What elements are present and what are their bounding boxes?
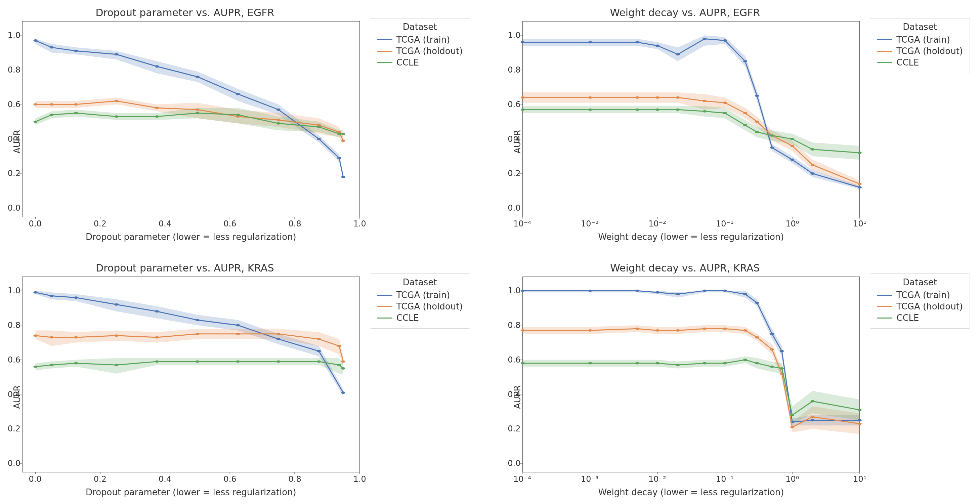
svg-point-72 [635, 97, 639, 99]
legend: DatasetTCGA (train)TCGA (holdout)CCLE [870, 273, 970, 329]
svg-point-89 [723, 112, 727, 114]
legend-item: TCGA (holdout) [377, 45, 463, 57]
x-axis-label: Weight decay (lower = less regularizatio… [522, 487, 860, 497]
svg-point-64 [743, 60, 747, 62]
svg-point-20 [317, 138, 321, 140]
svg-point-139 [341, 367, 345, 370]
legend-title: Dataset [377, 22, 463, 34]
svg-point-116 [317, 350, 321, 353]
x-axis-label: Weight decay (lower = less regularizatio… [522, 232, 860, 242]
svg-point-74 [676, 97, 680, 99]
x-axis-label: Dropout parameter (lower = less regulari… [22, 232, 360, 242]
x-tick-label: 10¹ [853, 219, 867, 229]
svg-point-69 [858, 186, 861, 189]
x-tick-label: 10¹ [853, 474, 867, 484]
svg-point-117 [341, 391, 345, 394]
svg-point-44 [341, 133, 345, 135]
panel-dropout-kras: Dropout parameter vs. AUPR, KRASAUPR0.00… [10, 262, 470, 497]
svg-point-108 [33, 291, 38, 294]
svg-point-36 [74, 112, 78, 114]
legend-label: TCGA (holdout) [896, 301, 963, 312]
svg-point-17 [196, 76, 200, 78]
legend-swatch-icon [877, 295, 892, 296]
legend-swatch-icon [377, 295, 392, 296]
svg-point-16 [155, 65, 159, 68]
x-tick-label: 10⁻¹ [716, 474, 734, 484]
x-tick-label: 0.6 [223, 474, 236, 484]
svg-point-155 [655, 291, 660, 294]
x-tick-label: 0.4 [159, 474, 171, 484]
chart-title: Dropout parameter vs. AUPR, EGFR [10, 7, 360, 19]
svg-point-193 [858, 409, 861, 411]
svg-point-112 [155, 310, 159, 313]
svg-point-34 [33, 121, 38, 123]
confidence-band [36, 291, 344, 396]
svg-point-127 [337, 345, 341, 347]
x-tick-label: 1.0 [353, 474, 366, 484]
y-tick-label: 0.6 [8, 100, 21, 109]
svg-point-67 [790, 159, 794, 161]
svg-point-71 [588, 97, 592, 99]
legend-swatch-icon [377, 306, 392, 307]
svg-point-152 [520, 289, 525, 292]
y-tick-label: 0.6 [8, 355, 21, 364]
y-tick-label: 0.0 [8, 459, 21, 468]
svg-point-38 [155, 115, 159, 118]
x-tick-label: 0.0 [29, 219, 42, 229]
legend-swatch-icon [877, 62, 892, 63]
svg-point-185 [703, 362, 706, 364]
svg-point-57 [520, 41, 525, 43]
x-tick-label: 0.2 [94, 219, 107, 229]
svg-point-138 [337, 364, 341, 366]
y-tick-label: 0.2 [8, 169, 21, 178]
svg-point-22 [341, 176, 345, 178]
svg-point-68 [810, 172, 815, 175]
x-tick-label: 10⁻² [648, 219, 666, 229]
y-tick-label: 0.6 [508, 100, 520, 109]
svg-point-192 [810, 400, 815, 402]
svg-point-66 [770, 146, 774, 149]
svg-point-120 [74, 336, 78, 339]
y-tick-label: 1.0 [508, 30, 520, 40]
svg-point-91 [755, 131, 759, 134]
x-tick-label: 1.0 [353, 219, 366, 229]
svg-point-126 [317, 338, 321, 340]
svg-point-95 [858, 151, 861, 154]
svg-point-162 [780, 350, 784, 353]
x-tick-label: 10⁻¹ [716, 219, 734, 229]
svg-point-33 [341, 140, 345, 142]
y-tick-label: 0.4 [8, 390, 21, 399]
svg-point-180 [520, 362, 525, 364]
y-tick-label: 0.8 [508, 321, 520, 330]
legend-item: TCGA (holdout) [877, 45, 963, 57]
svg-point-61 [676, 53, 680, 56]
y-tick-label: 0.0 [508, 459, 520, 468]
svg-point-167 [588, 329, 592, 332]
svg-point-125 [277, 332, 280, 335]
svg-point-115 [277, 338, 280, 340]
y-tick-label: 0.8 [8, 321, 21, 330]
svg-point-77 [743, 112, 747, 114]
y-tick-label: 0.6 [508, 355, 520, 364]
svg-point-133 [155, 360, 159, 362]
svg-point-90 [743, 124, 747, 126]
svg-point-26 [115, 100, 119, 102]
svg-point-134 [196, 360, 200, 362]
svg-point-170 [676, 329, 680, 332]
y-tick-label: 0.4 [8, 134, 21, 144]
svg-point-169 [655, 329, 660, 332]
y-tick-label: 1.0 [508, 286, 520, 295]
y-tick-label: 0.2 [508, 424, 520, 434]
x-tick-label: 0.6 [223, 219, 236, 229]
svg-point-157 [703, 289, 706, 292]
svg-point-173 [743, 329, 747, 332]
svg-point-184 [676, 364, 680, 366]
svg-point-183 [655, 362, 660, 364]
svg-point-88 [703, 110, 706, 113]
confidence-band [36, 358, 344, 374]
svg-point-84 [588, 108, 592, 111]
legend-item: TCGA (train) [877, 289, 963, 301]
legend: DatasetTCGA (train)TCGA (holdout)CCLE [370, 18, 470, 73]
y-tick-label: 0.2 [8, 424, 21, 434]
legend-swatch-icon [377, 62, 392, 63]
